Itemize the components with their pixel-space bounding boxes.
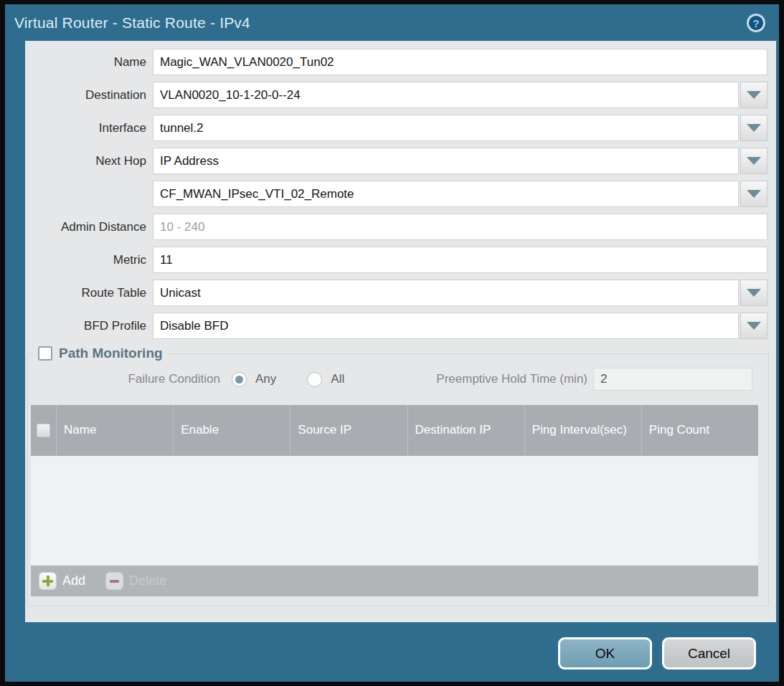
table-header-checkbox-cell: [31, 405, 56, 456]
destination-dropdown-button[interactable]: [740, 82, 768, 108]
admin-distance-input[interactable]: [153, 214, 768, 240]
metric-input[interactable]: [153, 247, 768, 273]
failure-condition-all-radio[interactable]: [307, 372, 322, 387]
next-hop-type-input[interactable]: [153, 148, 739, 174]
minus-icon: [105, 572, 123, 590]
form-row-name: Name: [25, 49, 768, 75]
next-hop-address-input[interactable]: [153, 181, 739, 207]
static-route-dialog: Virtual Router - Static Route - IPv4 ? N…: [5, 4, 779, 682]
interface-dropdown-button[interactable]: [740, 115, 768, 141]
route-table-dropdown-button[interactable]: [740, 280, 768, 306]
form-row-next-hop: Next Hop: [25, 148, 768, 174]
table-header-ping-interval[interactable]: Ping Interval(sec): [524, 405, 641, 456]
bfd-profile-input[interactable]: [153, 313, 739, 339]
form-row-route-table: Route Table: [25, 280, 768, 306]
destination-input[interactable]: [153, 82, 739, 108]
metric-label: Metric: [25, 253, 153, 267]
failure-condition-row: Failure Condition Any All Preemptive Hol…: [28, 365, 752, 394]
next-hop-label: Next Hop: [25, 154, 153, 168]
next-hop-type-dropdown-button[interactable]: [740, 148, 768, 174]
cancel-button[interactable]: Cancel: [662, 637, 756, 670]
admin-distance-label: Admin Distance: [25, 220, 153, 234]
delete-button-label: Delete: [129, 573, 166, 589]
help-icon[interactable]: ?: [747, 14, 765, 32]
form-row-admin-distance: Admin Distance: [25, 214, 768, 240]
screenshot-frame: Virtual Router - Static Route - IPv4 ? N…: [0, 0, 784, 686]
path-monitoring-title: Path Monitoring: [59, 346, 163, 361]
table-header-name[interactable]: Name: [56, 405, 173, 456]
path-monitoring-checkbox[interactable]: [38, 346, 52, 361]
ok-button[interactable]: OK: [558, 637, 652, 670]
chevron-down-icon: [747, 157, 761, 165]
interface-input[interactable]: [153, 115, 739, 141]
next-hop-address-dropdown-button[interactable]: [740, 181, 768, 207]
failure-condition-label: Failure Condition: [28, 372, 220, 386]
destination-label: Destination: [25, 88, 153, 103]
bfd-profile-label: BFD Profile: [25, 319, 153, 333]
chevron-down-icon: [747, 289, 761, 297]
form-row-bfd-profile: BFD Profile: [25, 313, 768, 339]
failure-condition-any-radio[interactable]: [232, 372, 247, 387]
plus-icon: [39, 572, 57, 590]
dialog-titlebar: Virtual Router - Static Route - IPv4 ?: [5, 4, 779, 41]
chevron-down-icon: [747, 91, 761, 99]
bfd-profile-dropdown-button[interactable]: [740, 313, 768, 339]
path-monitoring-legend: Path Monitoring: [33, 346, 168, 361]
chevron-down-icon: [747, 190, 761, 198]
form-row-next-hop-address: [25, 181, 768, 207]
interface-label: Interface: [25, 121, 153, 135]
failure-condition-any-label: Any: [255, 372, 276, 386]
form-row-metric: Metric: [25, 247, 768, 273]
preemptive-hold-time-label: Preemptive Hold Time (min): [436, 372, 587, 386]
path-monitoring-section: Path Monitoring Failure Condition Any Al…: [27, 346, 769, 606]
failure-condition-all-label: All: [331, 372, 344, 386]
add-button-label: Add: [62, 573, 85, 589]
table-header-source-ip[interactable]: Source IP: [290, 405, 407, 456]
table-action-bar: Add Delete: [31, 566, 758, 596]
dialog-title: Virtual Router - Static Route - IPv4: [14, 14, 250, 32]
form-row-destination: Destination: [25, 82, 768, 108]
dialog-footer: OK Cancel: [558, 637, 756, 670]
path-monitoring-table: Name Enable Source IP Destination IP Pin…: [31, 405, 758, 596]
table-header-ping-count[interactable]: Ping Count: [641, 405, 758, 456]
preemptive-hold-time-input[interactable]: [593, 368, 752, 391]
name-input[interactable]: [153, 49, 768, 75]
name-label: Name: [25, 55, 153, 70]
route-table-label: Route Table: [25, 286, 153, 300]
route-table-input[interactable]: [153, 280, 739, 306]
chevron-down-icon: [747, 322, 761, 330]
table-header-enable[interactable]: Enable: [173, 405, 290, 456]
table-body-empty: [31, 456, 758, 566]
select-all-checkbox[interactable]: [37, 424, 50, 437]
dialog-body: Name Destination Interface: [25, 41, 776, 622]
add-button[interactable]: Add: [39, 572, 85, 590]
table-header-row: Name Enable Source IP Destination IP Pin…: [31, 405, 758, 456]
preemptive-hold-time-group: Preemptive Hold Time (min): [436, 368, 752, 391]
chevron-down-icon: [747, 124, 761, 132]
table-header-destination-ip[interactable]: Destination IP: [407, 405, 524, 456]
delete-button[interactable]: Delete: [105, 572, 166, 590]
form-row-interface: Interface: [25, 115, 768, 141]
